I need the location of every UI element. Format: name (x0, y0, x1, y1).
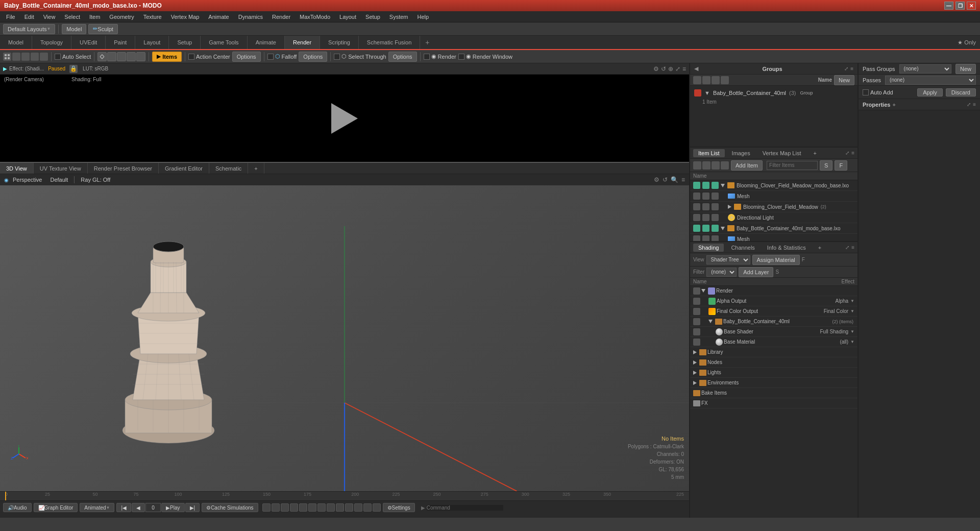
passes-select[interactable]: (none) (885, 76, 976, 85)
playback-icon-1[interactable] (262, 503, 271, 512)
item-row-1[interactable]: Mesh (690, 191, 857, 202)
menu-animate[interactable]: Animate (204, 13, 233, 21)
preview-zoom-icon[interactable]: ⊕ (668, 65, 673, 73)
transform-icon-4[interactable] (127, 52, 136, 61)
shader-row-bake-items[interactable]: Bake Items (690, 388, 857, 398)
tab-animate[interactable]: Animate (248, 36, 285, 49)
audio-button[interactable]: 🔊 Audio (3, 503, 32, 512)
transform-icon-1[interactable] (97, 52, 107, 61)
model-mode-button[interactable]: Model (62, 24, 86, 34)
pass-groups-select[interactable]: (none) (899, 64, 951, 74)
playback-icon-12[interactable] (363, 503, 372, 512)
playback-icon-11[interactable] (354, 503, 362, 512)
viewport-icon-1[interactable] (3, 53, 11, 61)
menu-maxtomodo[interactable]: MaxToModo (296, 13, 334, 21)
transport-next[interactable]: ▶| (185, 503, 200, 512)
render-checkbox[interactable]: ◉ Render (424, 53, 456, 60)
shader-row-alpha[interactable]: Alpha Output Alpha ▼ (690, 296, 857, 306)
shader-more-icon[interactable]: ≡ (851, 245, 854, 250)
playback-icon-3[interactable] (281, 503, 289, 512)
tab-render[interactable]: Render (285, 36, 320, 49)
action-center-checkbox[interactable]: Action Center (188, 54, 230, 60)
apply-button[interactable]: Apply (917, 88, 943, 96)
preview-gear-icon[interactable]: ⚙ (653, 65, 659, 73)
tab-game-tools[interactable]: Game Tools (201, 36, 248, 49)
items-button[interactable]: ▶ Items (152, 52, 182, 62)
tab-layout[interactable]: Layout (135, 36, 169, 49)
menu-render[interactable]: Render (268, 13, 295, 21)
add-layer-button[interactable]: Add Layer (739, 267, 773, 277)
item-icon-vis-4[interactable] (721, 161, 729, 170)
item-list-more-icon[interactable]: ≡ (851, 150, 854, 156)
menu-item[interactable]: Item (85, 13, 104, 21)
preview-expand-icon[interactable]: ⤢ (675, 65, 680, 73)
settings-button[interactable]: ⚙ Settings (383, 503, 415, 512)
shader-row-library[interactable]: Library (690, 347, 857, 357)
item-row-0[interactable]: Blooming_Clover_Field_Meadow_modo_base.l… (690, 180, 857, 191)
item-row-2[interactable]: Blooming_Clover_Field_Meadow (2) (690, 202, 857, 212)
menu-setup[interactable]: Setup (361, 13, 384, 21)
default-label[interactable]: Default (50, 177, 68, 183)
menu-select[interactable]: Select (60, 13, 84, 21)
tab-shader-plus[interactable]: + (813, 244, 826, 252)
tab-scripting[interactable]: Scripting (320, 36, 359, 49)
viewport-tab-gradient[interactable]: Gradient Editor (159, 163, 209, 174)
shader-row-fx[interactable]: FX (690, 398, 857, 408)
falloff-checkbox[interactable]: ⬡ Falloff (267, 53, 297, 60)
command-input[interactable] (427, 505, 503, 511)
tab-topology[interactable]: Topology (32, 36, 71, 49)
menu-vertex-map[interactable]: Vertex Map (167, 13, 204, 21)
preview-play-button[interactable] (329, 103, 360, 134)
viewport-rotate-icon[interactable]: ↺ (663, 176, 668, 183)
maximize-button[interactable]: ❐ (955, 2, 965, 10)
playback-icon-7[interactable] (317, 503, 326, 512)
viewport-3d[interactable]: ◉ Perspective Default Ray GL: Off ⚙ ↺ 🔍 … (0, 174, 689, 491)
shader-expand-icon[interactable]: ⤢ (845, 245, 849, 250)
add-item-button[interactable]: Add Item (731, 160, 763, 171)
ray-gl-label[interactable]: Ray GL: Off (81, 177, 110, 183)
preview-refresh-icon[interactable]: ↺ (661, 65, 666, 73)
tab-paint[interactable]: Paint (106, 36, 135, 49)
transform-icon-5[interactable] (136, 52, 145, 61)
tab-vertex-map-list[interactable]: Vertex Map List (757, 149, 806, 157)
sculpt-mode-button[interactable]: ✏ Sculpt (88, 24, 118, 34)
playback-icon-5[interactable] (299, 503, 307, 512)
viewport-tab-schematic[interactable]: Schematic (209, 163, 248, 174)
playback-icon-13[interactable] (373, 503, 381, 512)
options-btn-1[interactable]: Options (232, 52, 261, 62)
filter-s-btn[interactable]: S (820, 160, 832, 171)
item-row-5[interactable]: Mesh (690, 234, 857, 241)
item-icon-vis-2[interactable] (702, 161, 710, 170)
transform-icon-3[interactable] (117, 52, 126, 61)
menu-texture[interactable]: Texture (139, 13, 166, 21)
item-icon-vis-3[interactable] (712, 161, 720, 170)
viewport-icon-5[interactable] (40, 53, 48, 61)
preview-more-icon[interactable]: ≡ (682, 65, 686, 73)
preview-lock-icon[interactable]: 🔒 (69, 65, 78, 73)
cache-simulations-button[interactable]: ⚙ Cache Simulations (202, 503, 258, 512)
groups-icon-1[interactable] (693, 76, 701, 84)
groups-expand-right[interactable]: ⤢ (844, 66, 848, 71)
transform-icon-2[interactable] (107, 52, 116, 61)
playback-icon-6[interactable] (308, 503, 316, 512)
tab-setup[interactable]: Setup (169, 36, 201, 49)
group-item-0[interactable]: ▼ Baby_Bottle_Container_40ml (3) Group (692, 88, 855, 98)
shader-row-base-material[interactable]: Base Material (all) ▼ (690, 337, 857, 347)
viewport-gear-icon[interactable]: ⚙ (654, 176, 659, 183)
transport-prev[interactable]: ◀ (132, 503, 145, 512)
discard-button[interactable]: Discard (946, 88, 976, 96)
shader-row-environments[interactable]: Environments (690, 378, 857, 388)
tab-info-statistics[interactable]: Info & Statistics (762, 244, 811, 252)
tab-schematic-fusion[interactable]: Schematic Fusion (359, 36, 420, 49)
transport-play[interactable]: ▶ Play (161, 503, 184, 512)
menu-layout[interactable]: Layout (335, 13, 360, 21)
menu-system[interactable]: System (385, 13, 412, 21)
properties-plus[interactable]: + (892, 102, 895, 108)
menu-dynamics[interactable]: Dynamics (234, 13, 267, 21)
add-tab-button[interactable]: + (420, 36, 434, 49)
frame-input[interactable]: 0 (145, 503, 161, 512)
properties-expand-icon[interactable]: ⤢ (967, 102, 971, 107)
viewport-add-tab[interactable]: + (248, 163, 264, 174)
tab-item-list-plus[interactable]: + (808, 149, 821, 157)
shader-row-nodes[interactable]: Nodes (690, 357, 857, 368)
